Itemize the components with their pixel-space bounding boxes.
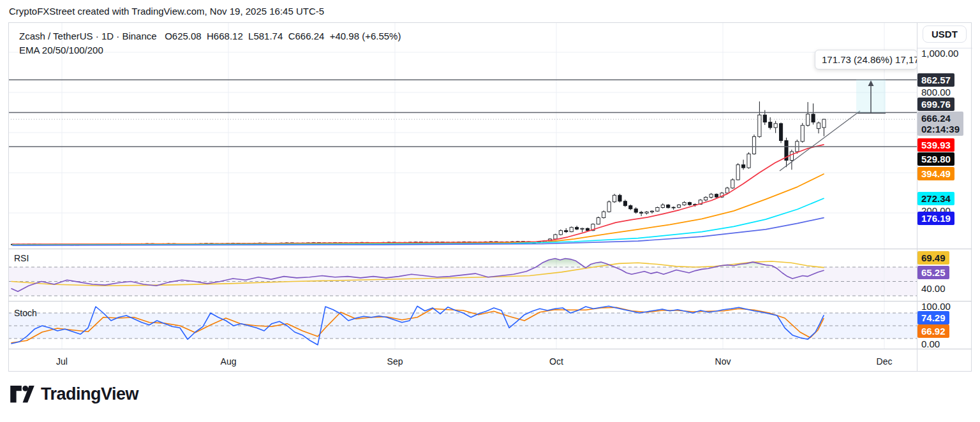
ema-legend-row[interactable]: EMA 20/50/100/200 (19, 43, 401, 57)
price-axis-label: 40.00 (921, 283, 946, 294)
price-axis-badge: 176.19 (917, 212, 954, 225)
tradingview-wordmark: TradingView (41, 384, 138, 404)
stoch-pane-label[interactable]: Stoch (14, 308, 37, 318)
price-axis-label: 100.00 (921, 301, 951, 312)
price-axis-label: 800.00 (921, 87, 951, 98)
price-axis-label: 1,000.00 (921, 48, 958, 59)
price-axis-badge: 69.49 (917, 251, 949, 265)
price-axis[interactable]: USDT 1,000.00800.00200.0040.00100.000.00… (917, 22, 972, 372)
price-axis-badge: 272.34 (917, 192, 954, 205)
price-axis-badge: 74.29 (917, 311, 949, 324)
tradingview-logo[interactable]: TradingView (10, 384, 138, 404)
price-axis-badge: 529.80 (917, 152, 954, 166)
tradingview-mark-icon (10, 386, 34, 403)
symbol-title-row[interactable]: Zcash / TetherUS · 1D · Binance O625.08 … (19, 29, 401, 43)
price-axis-label: 0.00 (921, 338, 940, 349)
price-axis-badge: 539.93 (917, 138, 954, 152)
price-axis-badge: 394.49 (917, 167, 954, 180)
price-axis-badge: 666.2402:14:39 (917, 112, 963, 136)
price-axis-badge: 699.76 (917, 98, 954, 111)
currency-toggle-button[interactable]: USDT (923, 25, 967, 43)
attribution-note: CryptoFXStreet created with TradingView.… (9, 6, 324, 17)
price-axis-badge: 862.57 (917, 73, 954, 87)
price-axis-badge: 66.92 (917, 324, 949, 338)
price-axis-badge: 65.25 (917, 266, 949, 279)
symbol-legend: Zcash / TetherUS · 1D · Binance O625.08 … (19, 29, 401, 57)
measure-tooltip: 171.73 (24.86%) 17,173 (815, 50, 917, 69)
screenshot-root: CryptoFXStreet created with TradingView.… (0, 0, 980, 422)
measure-tooltip-text: 171.73 (24.86%) 17,173 (822, 54, 917, 65)
rsi-pane-label[interactable]: RSI (14, 253, 29, 263)
